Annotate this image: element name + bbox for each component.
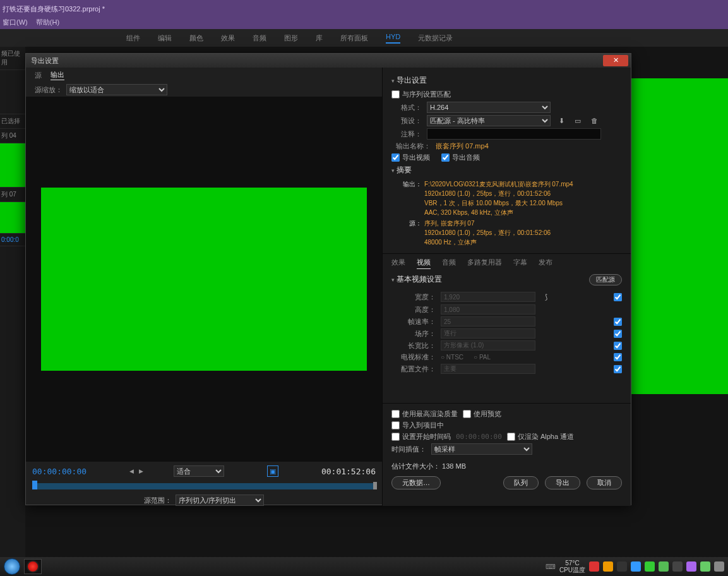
bottom-options: 使用最高渲染质量 使用预览 导入到项目中 设置开始时间码 00:00:00:00… — [383, 403, 631, 460]
import-project-checkbox[interactable]: 导入到项目中 — [391, 421, 444, 430]
profile-value[interactable]: 主要 — [441, 364, 535, 374]
subtab-effects[interactable]: 效果 — [391, 258, 405, 269]
field-value[interactable]: 逐行 — [441, 328, 535, 339]
playhead[interactable] — [32, 481, 37, 489]
save-preset-icon[interactable]: ▭ — [572, 115, 583, 126]
export-settings-dialog: 导出设置 ✕ 源 输出 源缩放： 缩放以适合 00:00:00:00 ◀ ▶ — [25, 53, 631, 505]
tray-icon[interactable] — [700, 561, 710, 572]
link-dimensions-icon[interactable]: ⟆ — [540, 291, 552, 303]
ws-tab[interactable]: 元数据记录 — [418, 33, 453, 43]
close-button[interactable]: ✕ — [603, 55, 628, 66]
settings-subtabs: 效果 视频 音频 多路复用器 字幕 发布 — [383, 253, 631, 270]
subtab-captions[interactable]: 字幕 — [513, 258, 527, 269]
profile-match-checkbox[interactable] — [614, 365, 622, 373]
par-match-checkbox[interactable] — [614, 342, 622, 350]
file-size-estimate: 估计文件大小： 138 MB — [383, 460, 631, 472]
tray-icon[interactable] — [589, 561, 599, 572]
delete-preset-icon[interactable]: 🗑 — [588, 115, 600, 126]
ws-tab[interactable]: 颜色 — [189, 33, 203, 43]
next-frame-icon[interactable]: ▶ — [139, 468, 143, 474]
tab-output[interactable]: 输出 — [51, 70, 64, 80]
source-range-select[interactable]: 序列切入/序列切出 — [176, 495, 264, 506]
metadata-button[interactable]: 元数据… — [391, 476, 441, 489]
source-scale-select[interactable]: 缩放以适合 — [66, 84, 167, 95]
app-titlebar: 打铁还要自身硬练习0322.prproj * — [0, 0, 728, 18]
project-title: 打铁还要自身硬练习0322.prproj * — [3, 4, 105, 13]
field-match-checkbox[interactable] — [614, 330, 622, 338]
timecode-in[interactable]: 00:00:00:00 — [32, 467, 87, 476]
subtab-audio[interactable]: 音频 — [442, 258, 456, 269]
fps-match-checkbox[interactable] — [614, 318, 622, 326]
summary-source: 源：序列, 嵌套序列 07 1920x1080 (1.0)，25fps，逐行，0… — [399, 219, 622, 247]
tab-source[interactable]: 源 — [35, 71, 42, 80]
export-audio-checkbox[interactable]: 导出音频 — [441, 153, 480, 162]
cancel-button[interactable]: 取消 — [587, 476, 622, 489]
subtab-muxer[interactable]: 多路复用器 — [467, 258, 502, 269]
import-preset-icon[interactable]: ⬇ — [556, 115, 567, 126]
tray-icon[interactable] — [603, 561, 613, 572]
export-video-checkbox[interactable]: 导出视频 — [391, 153, 430, 162]
cpu-temp-widget[interactable]: 57°CCPU温度 — [559, 560, 585, 573]
fps-value[interactable]: 25 — [441, 316, 535, 327]
ws-tab[interactable]: 组件 — [126, 33, 140, 43]
menu-help[interactable]: 帮助(H) — [36, 18, 59, 26]
recording-indicator[interactable] — [24, 559, 42, 574]
scrub-bar[interactable] — [32, 483, 376, 489]
export-settings-head: 导出设置 — [391, 75, 622, 86]
subtab-video[interactable]: 视频 — [417, 258, 431, 269]
summary-head: 摘要 — [391, 165, 622, 176]
out-point-handle[interactable] — [373, 482, 377, 489]
tray-icon[interactable] — [617, 561, 627, 572]
queue-button[interactable]: 队列 — [503, 476, 539, 489]
video-preview — [41, 188, 367, 371]
tray-icon[interactable] — [631, 561, 641, 572]
menu-window[interactable]: 窗口(W) — [3, 18, 28, 26]
tvstd-match-checkbox[interactable] — [614, 353, 622, 361]
match-source-button[interactable]: 匹配源 — [589, 274, 622, 285]
dialog-titlebar[interactable]: 导出设置 ✕ — [26, 54, 631, 68]
set-start-tc-checkbox[interactable]: 设置开始时间码 — [391, 432, 451, 441]
par-value[interactable]: 方形像素 (1.0) — [441, 340, 535, 351]
height-value[interactable]: 1,080 — [441, 304, 535, 315]
workspace-tabs: 组件 编辑 颜色 效果 音频 图形 库 所有面板 HYD 元数据记录 — [0, 29, 728, 47]
start-button[interactable] — [4, 558, 20, 575]
app-menubar[interactable]: 窗口(W) 帮助(H) — [0, 18, 728, 29]
render-alpha-checkbox[interactable]: 仅渲染 Alpha 通道 — [507, 432, 574, 441]
use-preview-checkbox[interactable]: 使用预览 — [463, 409, 501, 419]
volume-icon[interactable] — [714, 561, 724, 572]
preview-pane: 源 输出 源缩放： 缩放以适合 00:00:00:00 ◀ ▶ 适合 ▣ — [26, 68, 383, 506]
ws-tab[interactable]: 库 — [316, 33, 323, 43]
prev-frame-icon[interactable]: ◀ — [129, 468, 134, 474]
basic-video-settings: 基本视频设置 匹配源 宽度：1,920 ⟆ 高度：1,080 帧速率：25 场序… — [383, 270, 631, 403]
left-panel-strip: 频已使用 已选择 列 04 列 07 0:00:0 — [0, 47, 25, 557]
preset-select[interactable]: 匹配源 - 高比特率 — [427, 115, 551, 126]
ws-tab[interactable]: 图形 — [284, 33, 298, 43]
export-button[interactable]: 导出 — [545, 476, 580, 489]
timecode-out: 00:01:52:06 — [321, 467, 376, 476]
format-select[interactable]: H.264 — [427, 102, 551, 113]
time-interp-select[interactable]: 帧采样 — [431, 443, 532, 455]
output-name-link[interactable]: 嵌套序列 07.mp4 — [436, 141, 489, 151]
ws-tab-active[interactable]: HYD — [386, 33, 400, 44]
subtab-publish[interactable]: 发布 — [539, 258, 552, 269]
max-quality-checkbox[interactable]: 使用最高渲染质量 — [391, 409, 458, 419]
match-sequence-checkbox[interactable]: 与序列设置匹配 — [391, 90, 451, 99]
ws-tab[interactable]: 音频 — [253, 33, 266, 43]
windows-taskbar[interactable]: ⌨ 57°CCPU温度 — [0, 557, 728, 576]
comment-input[interactable] — [427, 128, 601, 140]
tray-icon[interactable] — [686, 561, 696, 572]
transport-controls: 00:00:00:00 ◀ ▶ 适合 ▣ 00:01:52:06 源范围： 序列… — [26, 462, 382, 506]
width-match-checkbox[interactable] — [614, 293, 622, 301]
tray-icon[interactable] — [659, 561, 669, 572]
tv-standard-radio[interactable]: NTSCPAL — [441, 354, 491, 361]
fit-select[interactable]: 适合 — [174, 465, 224, 477]
ws-tab[interactable]: 所有面板 — [340, 33, 368, 43]
ws-tab[interactable]: 效果 — [221, 33, 235, 43]
settings-pane: 导出设置 与序列设置匹配 格式： H.264 预设： 匹配源 - 高比特率 ⬇ … — [383, 68, 631, 506]
keyboard-icon[interactable]: ⌨ — [546, 563, 556, 571]
tray-icon[interactable] — [645, 561, 655, 572]
crop-icon[interactable]: ▣ — [267, 465, 278, 477]
tray-icon[interactable] — [672, 561, 683, 572]
width-value[interactable]: 1,920 — [441, 292, 535, 302]
ws-tab[interactable]: 编辑 — [158, 33, 172, 43]
